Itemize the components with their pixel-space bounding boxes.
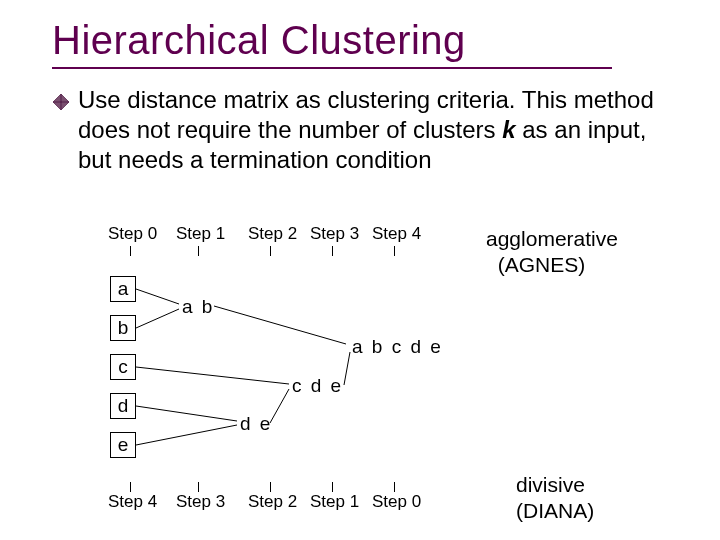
svg-line-4 (136, 309, 179, 328)
svg-line-10 (344, 352, 350, 385)
node-abcde: a b c d e (352, 336, 443, 358)
algo-agglomerative: agglomerative (AGNES) (486, 226, 618, 279)
page-title: Hierarchical Clustering (0, 0, 720, 67)
algo-divisive: divisive (DIANA) (516, 472, 594, 525)
svg-line-9 (214, 306, 346, 344)
slide: Hierarchical Clustering Use distance mat… (0, 0, 720, 540)
leaf-d: d (110, 393, 136, 419)
step-label-bot-4: Step 0 (372, 492, 421, 512)
step-label-bot-2: Step 2 (248, 492, 297, 512)
leaf-a: a (110, 276, 136, 302)
node-cde: c d e (292, 375, 343, 397)
step-label-bot-3: Step 1 (310, 492, 359, 512)
svg-line-6 (136, 425, 237, 445)
svg-line-5 (136, 406, 237, 421)
node-ab: a b (182, 296, 214, 318)
dendrogram-diagram: Step 0 Step 1 Step 2 Step 3 Step 4 (54, 224, 674, 524)
svg-line-3 (136, 289, 179, 304)
diamond-bullet-icon (52, 93, 70, 111)
leaf-e: e (110, 432, 136, 458)
body-text-k: k (502, 116, 515, 143)
node-de: d e (240, 413, 272, 435)
body-text: Use distance matrix as clustering criter… (0, 69, 720, 175)
svg-line-8 (270, 389, 289, 423)
algo-diana-line2: (DIANA) (516, 499, 594, 522)
algo-diana-line1: divisive (516, 473, 585, 496)
step-label-bot-0: Step 4 (108, 492, 157, 512)
step-label-bot-1: Step 3 (176, 492, 225, 512)
algo-agnes-line1: agglomerative (486, 227, 618, 250)
svg-line-7 (136, 367, 289, 384)
algo-agnes-line2: (AGNES) (498, 253, 586, 276)
leaf-c: c (110, 354, 136, 380)
leaf-b: b (110, 315, 136, 341)
